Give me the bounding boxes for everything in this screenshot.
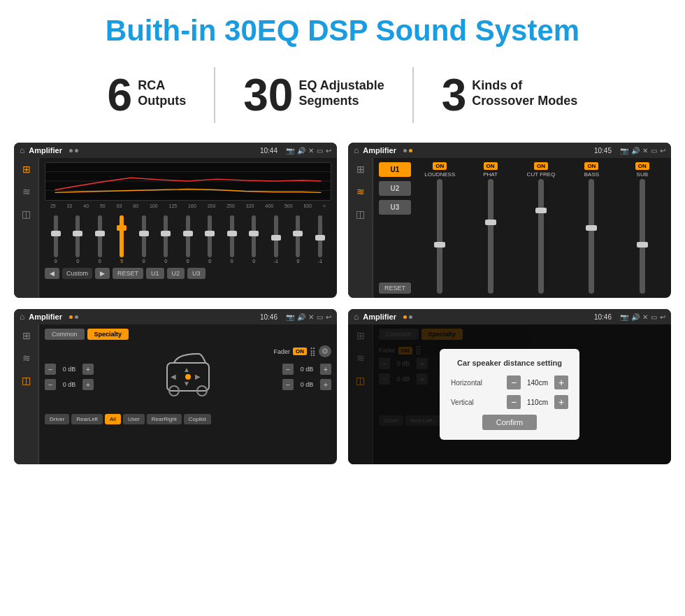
dot-6 <box>75 315 78 319</box>
btn-driver[interactable]: Driver <box>45 414 69 424</box>
eq-slider-1: 0 <box>75 215 80 264</box>
channel-cutfreq: ON CUT FREQ <box>518 162 564 294</box>
btn-rearleft[interactable]: RearLeft <box>71 414 103 424</box>
play-next-btn[interactable]: ▶ <box>95 268 110 279</box>
db-plus-rr[interactable]: + <box>320 379 331 390</box>
right-db-controls: − 0 dB + − 0 dB + <box>282 364 331 390</box>
status-icons-2: 📷 🔊 ✕ ▭ ↩ <box>620 147 665 155</box>
slider-loudness[interactable] <box>437 179 442 294</box>
u3-btn[interactable]: U3 <box>379 200 411 215</box>
freq-15: 630 <box>303 203 312 208</box>
sidebar-amp-eq[interactable]: ⊞ <box>356 164 365 175</box>
db-plus-rl[interactable]: + <box>82 379 94 390</box>
dialog-overlay: Car speaker distance setting Horizontal … <box>348 324 671 464</box>
slider-cutfreq[interactable] <box>538 179 544 294</box>
sidebar-wave-icon[interactable]: ≋ <box>22 186 31 197</box>
home-icon-1[interactable]: ⌂ <box>20 145 24 155</box>
back-icon-4[interactable]: ↩ <box>660 313 665 321</box>
freq-2: 32 <box>67 203 73 208</box>
eq-slider-8: 0 <box>230 215 234 264</box>
ch-label-sub: SUB <box>637 171 648 178</box>
channels-container: ON LOUDNESS ON PHAT <box>417 162 665 294</box>
stat-label-crossover-1: Kinds of <box>472 78 577 94</box>
x-icon-2: ✕ <box>642 147 648 155</box>
u3-btn-eq[interactable]: U3 <box>187 268 206 279</box>
db-value-fl: 0 dB <box>58 366 80 373</box>
tab-specialty[interactable]: Specialty <box>87 329 129 340</box>
screen-body-amp: ⊞ ≋ ◫ U1 U2 U3 RESET ON LOUDNESS <box>348 158 671 298</box>
slider-bass[interactable] <box>589 179 594 294</box>
stat-number-eq: 30 <box>243 73 293 117</box>
camera-icon-4: 📷 <box>620 313 628 321</box>
fader-row: Fader ON ⣿ ⚙ <box>273 345 331 357</box>
settings-circle-icon[interactable]: ⚙ <box>319 345 331 357</box>
eq-slider-5: 0 <box>164 215 168 264</box>
btn-user[interactable]: User <box>123 414 145 424</box>
u1-btn[interactable]: U1 <box>379 162 411 177</box>
back-icon-2[interactable]: ↩ <box>660 147 665 155</box>
sidebar-amp-wave[interactable]: ≋ <box>356 186 365 197</box>
freq-1: 25 <box>50 203 56 208</box>
screenshots-grid: ⌂ Amplifier 10:44 📷 🔊 ✕ ▭ ↩ ⊞ ≋ ◫ <box>0 136 685 478</box>
reset-btn-eq[interactable]: RESET <box>113 268 143 279</box>
eq-slider-10: -1 <box>274 215 278 264</box>
svg-text:◀: ◀ <box>171 373 176 380</box>
eq-preset-label: Custom <box>62 268 92 279</box>
camera-icon-3: 📷 <box>286 313 294 321</box>
u2-btn-eq[interactable]: U2 <box>167 268 185 279</box>
dialog-box: Car speaker distance setting Horizontal … <box>440 349 579 440</box>
eq-slider-4: 0 <box>142 215 146 264</box>
eq-slider-2: 0 <box>98 215 102 264</box>
horizontal-minus-btn[interactable]: − <box>507 375 521 389</box>
db-plus-fr[interactable]: + <box>320 364 331 375</box>
db-minus-rr[interactable]: − <box>282 379 294 390</box>
btn-all[interactable]: All <box>105 414 121 424</box>
u2-btn[interactable]: U2 <box>379 181 411 196</box>
dot-1 <box>69 149 73 152</box>
home-icon-3[interactable]: ⌂ <box>20 312 24 322</box>
btn-copilot[interactable]: Copilot <box>184 414 211 424</box>
on-badge-loudness: ON <box>433 162 447 170</box>
slider-phat[interactable] <box>488 179 493 294</box>
status-bar-1: ⌂ Amplifier 10:44 📷 🔊 ✕ ▭ ↩ <box>14 143 337 158</box>
db-minus-fl[interactable]: − <box>45 364 56 375</box>
app-title-3: Amplifier <box>29 313 62 321</box>
sidebar-cross-wave[interactable]: ≋ <box>22 352 31 364</box>
freq-7: 100 <box>150 203 158 208</box>
tab-common[interactable]: Common <box>45 329 85 340</box>
confirm-button[interactable]: Confirm <box>482 415 538 430</box>
home-icon-4[interactable]: ⌂ <box>354 312 359 322</box>
vertical-minus-btn[interactable]: − <box>507 395 521 409</box>
stat-label-eq-2: Segments <box>298 94 384 109</box>
eq-slider-0: 0 <box>54 215 58 264</box>
sidebar-amp-vol[interactable]: ◫ <box>356 208 365 220</box>
sidebar-eq-icon[interactable]: ⊞ <box>22 164 31 175</box>
screen-body-dialog: ⊞ ≋ ◫ Common Specialty Fader ON ⣿ <box>348 324 671 464</box>
amp-content: U1 U2 U3 RESET ON LOUDNESS <box>373 158 671 298</box>
fader-sliders-icon[interactable]: ⣿ <box>310 347 316 357</box>
sidebar-cross-vol[interactable]: ◫ <box>22 375 31 386</box>
db-plus-fl[interactable]: + <box>82 364 94 375</box>
db-minus-rl[interactable]: − <box>45 379 56 390</box>
horizontal-plus-btn[interactable]: + <box>554 375 568 389</box>
back-icon-3[interactable]: ↩ <box>326 313 331 321</box>
slider-sub[interactable] <box>640 179 645 294</box>
home-icon-2[interactable]: ⌂ <box>354 145 359 155</box>
stat-crossover: 3 Kinds of Crossover Modes <box>414 73 606 117</box>
screen-crossover: ⌂ Amplifier 10:46 📷 🔊 ✕ ▭ ↩ ⊞ ≋ ◫ <box>14 309 337 464</box>
btn-rearright[interactable]: RearRight <box>147 414 182 424</box>
play-prev-btn[interactable]: ◀ <box>45 268 59 279</box>
sidebar-vol-icon[interactable]: ◫ <box>22 208 31 220</box>
left-db-controls: − 0 dB + − 0 dB + <box>45 364 94 390</box>
sidebar-cross-eq[interactable]: ⊞ <box>22 330 31 341</box>
x-icon-4: ✕ <box>642 313 648 321</box>
freq-12: 320 <box>246 203 254 208</box>
reset-btn-amp[interactable]: RESET <box>379 282 411 294</box>
vertical-value: 110cm <box>524 399 551 406</box>
u1-btn-eq[interactable]: U1 <box>146 268 164 279</box>
back-icon-1[interactable]: ↩ <box>326 147 331 155</box>
db-minus-fr[interactable]: − <box>282 364 294 375</box>
freq-3: 40 <box>83 203 89 208</box>
vertical-plus-btn[interactable]: + <box>554 395 568 409</box>
dot-7 <box>403 315 407 319</box>
